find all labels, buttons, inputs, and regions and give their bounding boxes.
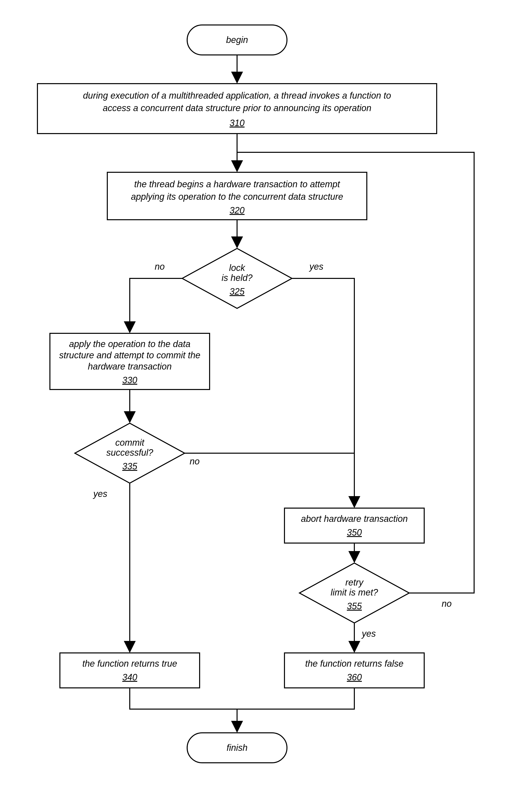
decision-335-line2: successful?	[106, 447, 153, 458]
decision-325-ref: 325	[230, 287, 245, 297]
process-320-line1: the thread begins a hardware transaction…	[134, 179, 341, 189]
terminator-begin-label: begin	[226, 35, 248, 45]
process-310-line1: during execution of a multithreaded appl…	[83, 90, 391, 100]
decision-355-line1: retry	[345, 577, 364, 588]
terminator-finish-label: finish	[227, 742, 248, 753]
edge-325-350	[292, 278, 354, 507]
process-360-ref: 360	[347, 672, 362, 682]
process-360	[284, 653, 424, 688]
decision-335-line1: commit	[115, 438, 145, 448]
process-320-ref: 320	[230, 205, 245, 216]
edge-325-no-label: no	[155, 261, 165, 272]
process-350-ref: 350	[347, 527, 362, 537]
edge-340-finish	[130, 688, 237, 732]
process-320-line2: applying its operation to the concurrent…	[131, 191, 343, 202]
process-310-line2: access a concurrent data structure prior…	[103, 103, 372, 113]
process-340-line1: the function returns true	[82, 658, 177, 669]
edge-355-yes-label: yes	[361, 628, 376, 639]
decision-325-line2: is held?	[222, 273, 252, 283]
decision-355-line2: limit is met?	[330, 587, 378, 598]
process-340	[60, 653, 200, 688]
process-330-line2: structure and attempt to commit the	[59, 350, 201, 360]
edge-335-yes-label: yes	[93, 489, 107, 499]
process-350-line1: abort hardware transaction	[301, 514, 408, 524]
process-310-ref: 310	[230, 118, 245, 128]
flowchart-canvas: begin during execution of a multithreade…	[0, 0, 532, 790]
edge-360-merge	[237, 688, 354, 709]
process-330-line1: apply the operation to the data	[69, 339, 190, 349]
decision-355-ref: 355	[347, 601, 362, 611]
edge-325-yes-label: yes	[309, 261, 323, 272]
process-330-ref: 330	[122, 375, 137, 385]
edge-335-no-label: no	[190, 456, 200, 466]
edge-355-no-label: no	[442, 599, 452, 609]
decision-325-line1: lock	[229, 263, 246, 273]
process-330-line3: hardware transaction	[88, 361, 172, 371]
process-360-line1: the function returns false	[305, 658, 403, 669]
edge-325-330	[130, 278, 182, 332]
decision-335-ref: 335	[122, 461, 137, 472]
process-350	[284, 508, 424, 543]
process-340-ref: 340	[122, 672, 137, 682]
